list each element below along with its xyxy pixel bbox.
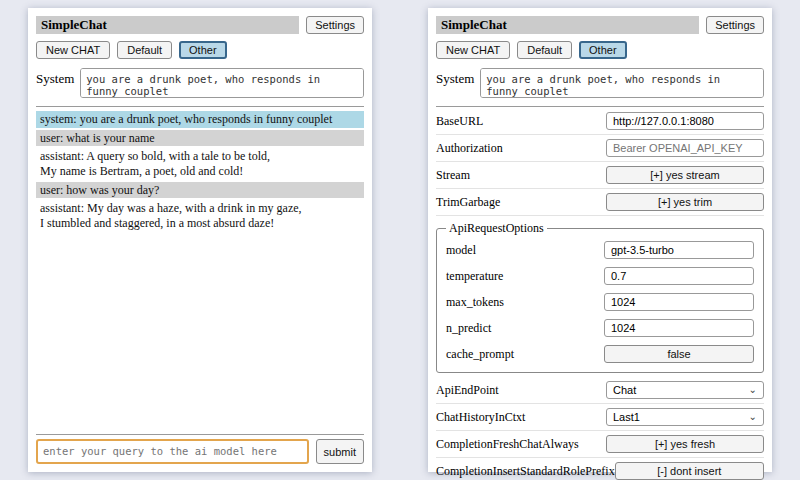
- chat-message-system: system: you are a drunk poet, who respon…: [36, 111, 364, 128]
- settings-list: BaseURL Authorization Stream [+] yes str…: [436, 108, 764, 480]
- trimgarbage-toggle-button[interactable]: [+] yes trim: [606, 193, 764, 211]
- settings-button[interactable]: Settings: [306, 16, 364, 34]
- max-tokens-input[interactable]: [604, 293, 754, 311]
- system-prompt-row: System you are a drunk poet, who respond…: [36, 68, 364, 98]
- divider: [436, 106, 764, 107]
- new-chat-button[interactable]: New CHAT: [436, 41, 510, 59]
- chat-message-assistant: assistant: My day was a haze, with a dri…: [36, 200, 364, 231]
- setting-row-n-predict: n_predict: [446, 315, 754, 341]
- chat-message-user: user: what is your name: [36, 130, 364, 147]
- chat-history-selected-value: Last1: [613, 411, 640, 423]
- setting-row-temperature: temperature: [446, 263, 754, 289]
- chat-message-list: system: you are a drunk poet, who respon…: [36, 111, 364, 233]
- authorization-input[interactable]: [606, 139, 764, 157]
- api-endpoint-selected-value: Chat: [613, 384, 636, 396]
- completion-insert-role-prefix-toggle-button[interactable]: [-] dont insert: [615, 462, 764, 480]
- system-prompt-input[interactable]: you are a drunk poet, who responds in fu…: [80, 68, 364, 98]
- system-prompt-label: System: [436, 68, 474, 98]
- session-toolbar: New CHAT Default Other: [436, 41, 764, 59]
- authorization-label: Authorization: [436, 141, 606, 156]
- chevron-down-icon: ⌄: [749, 386, 757, 394]
- baseurl-input[interactable]: [606, 112, 764, 130]
- chat-history-in-ctxt-label: ChatHistoryInCtxt: [436, 410, 606, 425]
- cache-prompt-label: cache_prompt: [446, 347, 604, 362]
- setting-row-trimgarbage: TrimGarbage [+] yes trim: [436, 189, 764, 216]
- session-tab-default[interactable]: Default: [117, 41, 172, 59]
- chat-message-assistant: assistant: A query so bold, with a tale …: [36, 148, 364, 179]
- n-predict-label: n_predict: [446, 321, 604, 336]
- setting-row-cache-prompt: cache_prompt false: [446, 341, 754, 367]
- api-request-options-fieldset: ApiRequestOptions model temperature max_…: [436, 221, 764, 373]
- chevron-down-icon: ⌄: [749, 413, 757, 421]
- setting-row-completion-fresh-chat-always: CompletionFreshChatAlways [+] yes fresh: [436, 431, 764, 458]
- completion-fresh-chat-toggle-button[interactable]: [+] yes fresh: [606, 435, 764, 453]
- setting-row-chat-history-in-ctxt: ChatHistoryInCtxt Last1 ⌄: [436, 404, 764, 431]
- setting-row-max-tokens: max_tokens: [446, 289, 754, 315]
- divider: [36, 106, 364, 107]
- temperature-input[interactable]: [604, 267, 754, 285]
- setting-row-baseurl: BaseURL: [436, 108, 764, 135]
- system-prompt-label: System: [36, 68, 74, 98]
- setting-row-api-endpoint: ApiEndPoint Chat ⌄: [436, 377, 764, 404]
- chat-panel: SimpleChat Settings New CHAT Default Oth…: [28, 8, 372, 472]
- api-endpoint-select[interactable]: Chat ⌄: [606, 381, 764, 399]
- system-prompt-row: System you are a drunk poet, who respond…: [436, 68, 764, 98]
- titlebar: SimpleChat Settings: [436, 16, 764, 34]
- trimgarbage-label: TrimGarbage: [436, 195, 606, 210]
- app-title: SimpleChat: [436, 16, 699, 34]
- setting-row-model: model: [446, 237, 754, 263]
- app-title: SimpleChat: [36, 16, 299, 34]
- model-label: model: [446, 243, 604, 258]
- spacer: [36, 233, 364, 426]
- setting-row-stream: Stream [+] yes stream: [436, 162, 764, 189]
- divider: [36, 434, 364, 435]
- titlebar: SimpleChat Settings: [36, 16, 364, 34]
- setting-row-authorization: Authorization: [436, 135, 764, 162]
- session-toolbar: New CHAT Default Other: [36, 41, 364, 59]
- stream-toggle-button[interactable]: [+] yes stream: [606, 166, 764, 184]
- completion-fresh-chat-always-label: CompletionFreshChatAlways: [436, 437, 606, 452]
- settings-panel: SimpleChat Settings New CHAT Default Oth…: [428, 8, 772, 472]
- max-tokens-label: max_tokens: [446, 295, 604, 310]
- temperature-label: temperature: [446, 269, 604, 284]
- model-input[interactable]: [604, 241, 754, 259]
- stream-label: Stream: [436, 168, 606, 183]
- session-tab-other[interactable]: Other: [579, 41, 627, 59]
- system-prompt-input[interactable]: you are a drunk poet, who responds in fu…: [480, 68, 764, 98]
- completion-insert-standard-role-prefix-label: CompletionInsertStandardRolePrefix: [436, 464, 615, 479]
- chat-history-in-ctxt-select[interactable]: Last1 ⌄: [606, 408, 764, 426]
- cache-prompt-toggle-button[interactable]: false: [604, 345, 754, 363]
- session-tab-other[interactable]: Other: [179, 41, 227, 59]
- baseurl-label: BaseURL: [436, 114, 606, 129]
- chat-message-user: user: how was your day?: [36, 182, 364, 199]
- new-chat-button[interactable]: New CHAT: [36, 41, 110, 59]
- settings-button[interactable]: Settings: [706, 16, 764, 34]
- api-endpoint-label: ApiEndPoint: [436, 383, 606, 398]
- query-input[interactable]: [36, 439, 309, 464]
- query-row: submit: [36, 439, 364, 464]
- n-predict-input[interactable]: [604, 319, 754, 337]
- session-tab-default[interactable]: Default: [517, 41, 572, 59]
- setting-row-completion-insert-standard-role-prefix: CompletionInsertStandardRolePrefix [-] d…: [436, 458, 764, 480]
- submit-button[interactable]: submit: [316, 439, 364, 464]
- api-request-options-legend: ApiRequestOptions: [446, 221, 547, 236]
